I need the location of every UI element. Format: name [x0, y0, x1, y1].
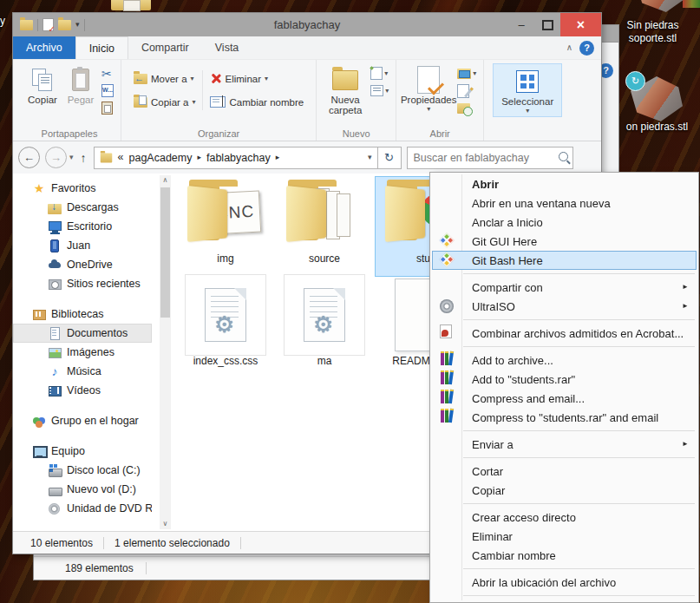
sidebar-item-favoritos[interactable]: ★Favoritos [13, 179, 152, 198]
search-icon[interactable] [559, 152, 568, 161]
history-button[interactable] [457, 102, 476, 115]
titlebar[interactable]: ▾ fablabyachay – × [13, 13, 601, 36]
menu-item-ultraiso[interactable]: UltraISO► [432, 297, 697, 316]
sidebar-item-equipo[interactable]: Equipo [13, 442, 152, 461]
scrollbar-thumb[interactable] [160, 187, 170, 318]
open-button[interactable]: ▾ [457, 67, 476, 80]
refresh-button[interactable]: ↻ [378, 147, 402, 169]
cut-icon[interactable]: ✂ [101, 68, 112, 80]
menu-item-compartir-con[interactable]: Compartir con► [432, 278, 697, 297]
close-button[interactable]: × [560, 13, 601, 36]
new-item-button[interactable]: ▾ [370, 84, 389, 97]
sidebar-item-im-genes[interactable]: Imágenes [13, 343, 152, 362]
menu-item-eliminar[interactable]: Eliminar [432, 527, 697, 546]
search-input[interactable] [408, 147, 572, 168]
rename-button[interactable]: Cambiar nombre [210, 94, 304, 110]
back-button[interactable]: ← [18, 147, 40, 168]
sidebar-item-disco-local-c-[interactable]: Disco local (C:) [13, 461, 152, 480]
menu-item-copiar[interactable]: Copiar [432, 481, 697, 500]
select-button[interactable]: Seleccionar ▾ [493, 63, 562, 117]
copy-to-button[interactable]: Copiar a▾ [134, 94, 195, 110]
sidebar-item-onedrive[interactable]: OneDrive [13, 255, 152, 274]
maximize-button[interactable] [534, 13, 560, 36]
menu-item-anclar-a-inicio[interactable]: Anclar a Inicio [432, 213, 697, 232]
properties-icon[interactable] [43, 18, 54, 31]
stl-file-icon-bottom[interactable]: ↻ [631, 76, 683, 121]
new-folder-button[interactable]: Nueva carpeta [322, 63, 369, 115]
address-bar[interactable]: « pagAcademy ▸ fablabyachay ▸ ▾ [94, 147, 378, 169]
menu-item-add-to-students-rar[interactable]: Add to "students.rar" [432, 370, 697, 389]
homegroup-icon [32, 414, 46, 428]
sidebar-item-label: Grupo en el hogar [51, 415, 139, 427]
menu-item-git-gui-here[interactable]: Git GUI Here [432, 232, 697, 251]
sidebar-item-juan[interactable]: Juan [13, 236, 152, 255]
copy-button[interactable]: Copiar [23, 63, 62, 105]
menu-item-cortar[interactable]: Cortar [432, 462, 697, 481]
menu-item-abrir-en-una-ventana-nueva[interactable]: Abrir en una ventana nueva [432, 193, 697, 213]
edit-button[interactable] [457, 84, 476, 97]
properties-button[interactable]: Propiedades ▾ [402, 63, 455, 113]
menu-item-compress-and-email[interactable]: Compress and email... [432, 389, 697, 408]
breadcrumb-current[interactable]: fablabyachay [206, 152, 271, 164]
new-folder-icon[interactable] [58, 20, 71, 30]
menu-item-compress-to-students-rar-and-email[interactable]: Compress to "students.rar" and email [432, 408, 697, 427]
qat-dropdown-icon[interactable]: ▾ [75, 21, 80, 29]
menu-item-add-to-archive[interactable]: Add to archive... [432, 351, 697, 370]
recent-pages-dropdown-icon[interactable]: ▾ [69, 154, 74, 161]
sidebar-item-documentos[interactable]: Documentos [13, 324, 152, 343]
stl-file-icon-top[interactable] [636, 0, 688, 12]
delete-button[interactable]: Eliminar▾ [210, 70, 304, 87]
minimize-button[interactable]: – [508, 13, 534, 36]
crumb-separator-icon[interactable]: ▸ [276, 154, 280, 161]
menu-item-crear-acceso-directo[interactable]: Crear acceso directo [432, 508, 697, 527]
paste-button[interactable]: Pegar [62, 63, 100, 105]
search-box[interactable] [407, 147, 573, 169]
ribbon-group-organize: Mover a▾ Copiar a▾ Eliminar▾ [121, 60, 317, 141]
sidebar-item-descargas[interactable]: Descargas [13, 198, 152, 217]
scroll-down-icon[interactable]: ∨ [160, 521, 171, 528]
crumb-overflow-icon[interactable]: « [118, 152, 124, 163]
sidebar-item-m-sica[interactable]: ♪Música [13, 362, 152, 381]
sidebar-item-grupo-en-el-hogar[interactable]: Grupo en el hogar [13, 411, 152, 430]
sidebar-item-unidad-de-dvd-rw[interactable]: Unidad de DVD RW [13, 499, 152, 518]
stl-file-label-top[interactable]: Sin piedras soporte.stl [607, 19, 698, 45]
menu-item-cambiar-nombre[interactable]: Cambiar nombre [432, 546, 697, 565]
move-to-button[interactable]: Mover a▾ [134, 70, 195, 87]
sidebar-item-bibliotecas[interactable]: Bibliotecas [13, 305, 152, 324]
sidebar-item-v-deos[interactable]: Vídeos [13, 381, 152, 400]
easy-access-button[interactable]: ▾ [370, 67, 389, 80]
scroll-up-icon[interactable]: ∧ [160, 177, 171, 184]
help-icon[interactable]: ? [579, 41, 594, 56]
new-folder-icon [332, 70, 358, 90]
gear-icon: ⚙ [214, 313, 234, 336]
menu-item-enviar-a[interactable]: Enviar a► [432, 435, 697, 454]
menu-item-propiedades[interactable]: Propiedades [432, 600, 697, 603]
file-tile[interactable]: ⚙ma [276, 279, 373, 379]
collapse-ribbon-icon[interactable]: ∧ [566, 43, 572, 52]
tab-compartir[interactable]: Compartir [128, 36, 202, 59]
tab-archivo[interactable]: Archivo [13, 36, 75, 59]
sidebar-scrollbar[interactable]: ∧ ∨ [160, 175, 171, 529]
file-tile[interactable]: CNCimg [177, 176, 274, 277]
tab-vista[interactable]: Vista [202, 36, 252, 59]
sidebar-item-escritorio[interactable]: Escritorio [13, 217, 152, 236]
folder-icon[interactable] [20, 20, 33, 30]
tab-inicio[interactable]: Inicio [75, 36, 128, 59]
sidebar-item-sitios-recientes[interactable]: Sitios recientes [13, 274, 152, 293]
file-tile[interactable]: ⚙index_css.css [177, 279, 274, 379]
sidebar-item-nuevo-vol-d-[interactable]: Nuevo vol (D:) [13, 480, 152, 499]
forward-button[interactable]: → [45, 147, 67, 168]
menu-item-combinar-archivos-admitidos-en-acrobat[interactable]: Combinar archivos admitidos en Acrobat..… [432, 324, 697, 343]
address-dropdown-icon[interactable]: ▾ [363, 154, 377, 161]
paste-shortcut-icon[interactable] [101, 102, 113, 115]
crumb-separator-icon[interactable]: ▸ [197, 154, 201, 161]
up-button[interactable]: ↑ [81, 152, 87, 164]
menu-item-abrir-la-ubicaci-n-del-archivo[interactable]: Abrir la ubicación del archivo [432, 573, 697, 592]
address-toolbar: ← → ▾ ↑ « pagAcademy ▸ fablabyachay ▸ ▾ … [13, 141, 601, 174]
menu-item-git-bash-here[interactable]: Git Bash Here [432, 251, 697, 270]
menu-item-abrir[interactable]: Abrir [432, 174, 697, 193]
breadcrumb-root[interactable]: pagAcademy [128, 152, 192, 164]
file-tile[interactable]: source [276, 176, 373, 277]
stl-file-label-bottom[interactable]: on piedras.stl [612, 121, 700, 134]
copy-path-icon[interactable]: W... [101, 84, 114, 97]
